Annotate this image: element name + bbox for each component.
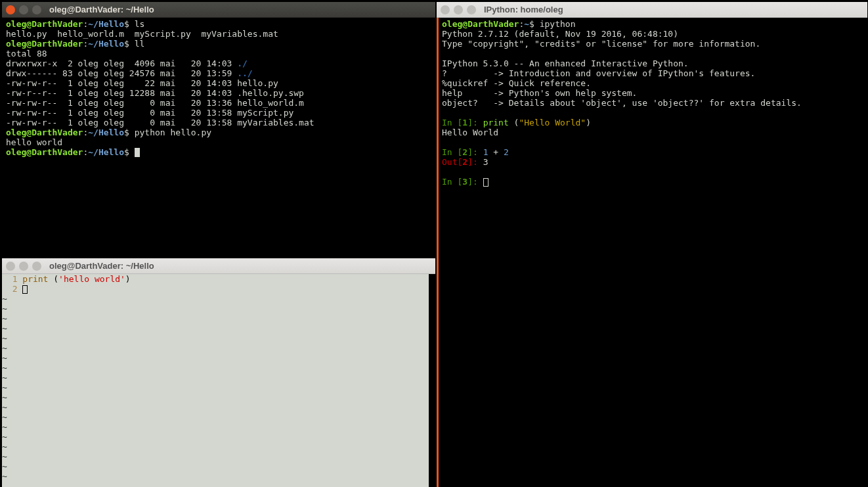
window-title: oleg@DarthVader: ~/Hello xyxy=(49,2,154,18)
maximize-icon[interactable] xyxy=(32,262,41,271)
minimize-icon[interactable] xyxy=(454,5,463,14)
accent-bar xyxy=(437,18,439,487)
vim-body[interactable]: 1 print ('hello world') 2 ~ ~ ~ ~ ~ ~ ~ … xyxy=(2,274,435,487)
window-title: oleg@DarthVader: ~/Hello xyxy=(49,258,154,274)
titlebar-right[interactable]: IPython: home/oleg xyxy=(437,2,867,18)
cursor-icon xyxy=(22,285,28,294)
titlebar-top[interactable]: oleg@DarthVader: ~/Hello xyxy=(2,2,435,18)
titlebar-vim[interactable]: oleg@DarthVader: ~/Hello xyxy=(2,258,435,274)
terminal-body-right[interactable]: oleg@DarthVader:~$ ipython Python 2.7.12… xyxy=(437,18,867,487)
terminal-window-right[interactable]: IPython: home/oleg oleg@DarthVader:~$ ip… xyxy=(437,2,867,487)
window-controls xyxy=(441,5,476,14)
close-icon[interactable] xyxy=(6,5,15,14)
close-icon[interactable] xyxy=(6,262,15,271)
vim-window[interactable]: oleg@DarthVader: ~/Hello 1 print ('hello… xyxy=(2,258,435,487)
maximize-icon[interactable] xyxy=(32,5,41,14)
vim-right-border xyxy=(429,274,435,487)
cursor-icon xyxy=(135,148,140,157)
terminal-window-top[interactable]: oleg@DarthVader: ~/Hello oleg@DarthVader… xyxy=(2,2,435,257)
close-icon[interactable] xyxy=(441,5,450,14)
minimize-icon[interactable] xyxy=(19,5,28,14)
minimize-icon[interactable] xyxy=(19,262,28,271)
window-controls xyxy=(6,5,41,14)
window-title: IPython: home/oleg xyxy=(484,2,563,18)
cursor-icon xyxy=(483,178,488,187)
window-controls xyxy=(6,262,41,271)
terminal-body-top[interactable]: oleg@DarthVader:~/Hello$ ls hello.py hel… xyxy=(2,18,435,257)
maximize-icon[interactable] xyxy=(467,5,476,14)
